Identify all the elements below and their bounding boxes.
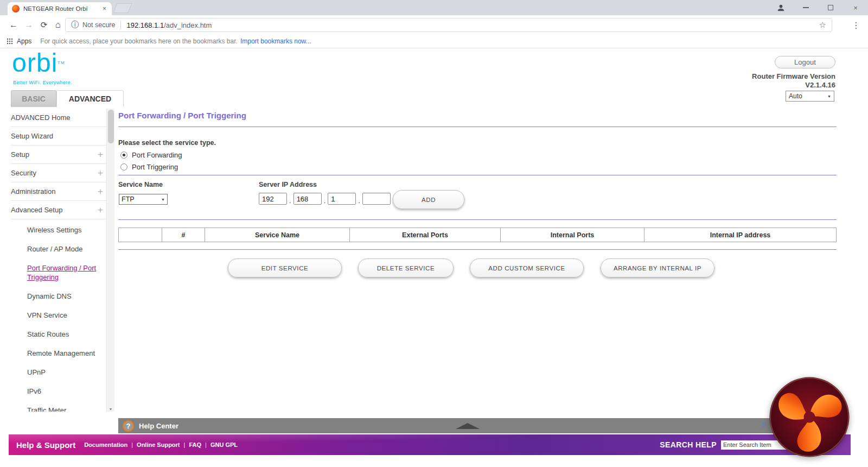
- sidebar-subitem-wireless-settings[interactable]: Wireless Settings: [11, 220, 106, 239]
- sidebar-subitem-static-routes[interactable]: Static Routes: [11, 325, 106, 344]
- sidebar-subitem-router-ap-mode[interactable]: Router / AP Mode: [11, 239, 106, 258]
- home-icon[interactable]: ⌂: [51, 15, 65, 35]
- sidebar-item-setup[interactable]: Setup+: [11, 146, 106, 164]
- sidebar-subitem-dynamic-dns[interactable]: Dynamic DNS: [11, 287, 106, 306]
- edit-service-button[interactable]: EDIT SERVICE: [228, 258, 342, 277]
- documentation-link[interactable]: Documentation: [84, 441, 137, 448]
- gnu-gpl-link[interactable]: GNU GPL: [210, 441, 238, 448]
- col-number: #: [162, 228, 205, 242]
- sidebar-item-advanced-setup[interactable]: Advanced Setup+: [11, 201, 106, 219]
- browser-menu-icon[interactable]: ⋮: [848, 15, 864, 35]
- expand-plus-icon[interactable]: +: [98, 205, 103, 216]
- tab-basic[interactable]: BASIC: [11, 90, 56, 107]
- advanced-setup-submenu: Wireless Settings Router / AP Mode Port …: [11, 219, 106, 412]
- col-external-ports: External Ports: [350, 228, 501, 242]
- reload-icon[interactable]: ⟳: [37, 15, 51, 35]
- apps-label[interactable]: Apps: [17, 37, 31, 45]
- forward-icon[interactable]: →: [22, 15, 36, 35]
- divider: [118, 175, 837, 175]
- ip-dot: .: [289, 197, 291, 205]
- browser-tab[interactable]: NETGEAR Router Orbi ×: [8, 2, 112, 15]
- sidebar-item-setup-wizard[interactable]: Setup Wizard: [11, 127, 106, 146]
- expand-plus-icon[interactable]: +: [98, 168, 103, 179]
- services-table-header: # Service Name External Ports Internal P…: [118, 228, 837, 242]
- arrange-by-internal-ip-button[interactable]: ARRANGE BY INTERNAL IP: [601, 258, 714, 277]
- orbi-logo: orbiTM: [12, 49, 65, 77]
- radio-port-triggering[interactable]: Port Triggering: [120, 163, 178, 171]
- delete-service-button[interactable]: DELETE SERVICE: [358, 258, 454, 277]
- kitguru-watermark-logo: [769, 376, 850, 458]
- online-support-link[interactable]: Online Support: [137, 441, 189, 448]
- ip-octet-4[interactable]: [362, 193, 391, 205]
- firmware-label: Router Firmware Version: [752, 72, 835, 81]
- add-button[interactable]: ADD: [393, 190, 464, 209]
- close-window-button[interactable]: ×: [843, 0, 868, 15]
- radio-icon[interactable]: [120, 163, 127, 171]
- col-internal-ports: Internal Ports: [501, 228, 644, 242]
- sidebar-subitem-port-forwarding[interactable]: Port Forwarding / Port Triggering: [11, 258, 106, 287]
- help-center-bar: ? Help Center: [118, 418, 837, 433]
- sidebar-scrollbar[interactable]: ▼: [106, 109, 114, 412]
- help-support-title: Help & Support: [16, 440, 75, 450]
- address-bar[interactable]: ⓘ Not secure 192.168.1.1 /adv_index.htm …: [65, 18, 832, 32]
- sidebar-nav: ADVANCED Home Setup Wizard Setup+ Securi…: [11, 109, 106, 412]
- server-ip-inputs: . . .: [259, 193, 391, 205]
- ip-octet-2[interactable]: [293, 193, 322, 205]
- browser-tab-strip: NETGEAR Router Orbi × ×: [0, 0, 868, 15]
- service-selected: FTP: [122, 195, 135, 203]
- col-internal-ip: Internal IP address: [644, 228, 836, 242]
- radio-label: Port Forwarding: [132, 151, 182, 159]
- sidebar-item-administration[interactable]: Administration+: [11, 182, 106, 201]
- back-icon[interactable]: ←: [7, 15, 21, 35]
- help-question-icon[interactable]: ?: [123, 420, 134, 432]
- language-select[interactable]: Auto ▼: [786, 91, 834, 102]
- col-select: [119, 228, 162, 242]
- service-name-select[interactable]: FTP ▼: [119, 194, 168, 205]
- sidebar-subitem-ipv6[interactable]: IPv6: [11, 382, 106, 401]
- minimize-button[interactable]: [793, 0, 818, 15]
- ip-dot: .: [358, 197, 360, 205]
- add-custom-service-button[interactable]: ADD CUSTOM SERVICE: [470, 258, 584, 277]
- maximize-button[interactable]: [818, 0, 843, 15]
- tab-advanced[interactable]: ADVANCED: [56, 90, 124, 107]
- scrollbar-down-icon[interactable]: ▼: [107, 407, 114, 411]
- sidebar-subitem-upnp[interactable]: UPnP: [11, 363, 106, 382]
- radio-icon[interactable]: [120, 152, 127, 159]
- url-path: /adv_index.htm: [164, 21, 212, 29]
- server-ip-label: Server IP Address: [259, 181, 317, 188]
- ip-octet-3[interactable]: [328, 193, 356, 205]
- url-host: 192.168.1.1: [126, 21, 164, 29]
- radio-port-forwarding[interactable]: Port Forwarding: [120, 151, 182, 159]
- tab-title: NETGEAR Router Orbi: [23, 5, 101, 12]
- apps-grid-icon[interactable]: [7, 38, 13, 45]
- firmware-version: Router Firmware Version V2.1.4.16: [752, 72, 835, 90]
- sidebar-subitem-traffic-meter[interactable]: Traffic Meter: [11, 401, 106, 412]
- sidebar-item-security[interactable]: Security+: [11, 164, 106, 182]
- scrollbar-thumb[interactable]: [108, 110, 114, 143]
- expand-plus-icon[interactable]: +: [98, 149, 103, 160]
- divider: [118, 127, 837, 127]
- tab-close-icon[interactable]: ×: [101, 5, 107, 12]
- expand-plus-icon[interactable]: +: [98, 186, 103, 197]
- new-tab-button[interactable]: [113, 3, 132, 13]
- collapse-arrow-icon[interactable]: [456, 423, 480, 429]
- browser-toolbar: ← → ⟳ ⌂ ⓘ Not secure 192.168.1.1 /adv_in…: [0, 15, 868, 35]
- divider: [118, 219, 837, 220]
- security-label: Not secure: [82, 21, 115, 29]
- trademark: TM: [58, 60, 65, 65]
- profile-icon[interactable]: [768, 0, 793, 15]
- faq-link[interactable]: FAQ: [189, 441, 210, 448]
- ip-octet-1[interactable]: [259, 193, 287, 205]
- sidebar-item-advanced-home[interactable]: ADVANCED Home: [11, 109, 106, 127]
- firmware-number: V2.1.4.16: [752, 81, 835, 90]
- bookmarks-hint: For quick access, place your bookmarks h…: [40, 37, 238, 45]
- logout-button[interactable]: Logout: [775, 56, 835, 68]
- sidebar-subitem-vpn-service[interactable]: VPN Service: [11, 306, 106, 325]
- import-bookmarks-link[interactable]: Import bookmarks now...: [240, 37, 311, 45]
- info-icon[interactable]: ⓘ: [71, 20, 79, 30]
- sidebar-subitem-remote-management[interactable]: Remote Management: [11, 344, 106, 363]
- partial-link[interactable]: S: [762, 421, 766, 428]
- service-name-label: Service Name: [118, 181, 163, 188]
- screen: NETGEAR Router Orbi × × ← → ⟳ ⌂ ⓘ Not se…: [0, 0, 868, 467]
- bookmark-star-icon[interactable]: ☆: [819, 20, 826, 30]
